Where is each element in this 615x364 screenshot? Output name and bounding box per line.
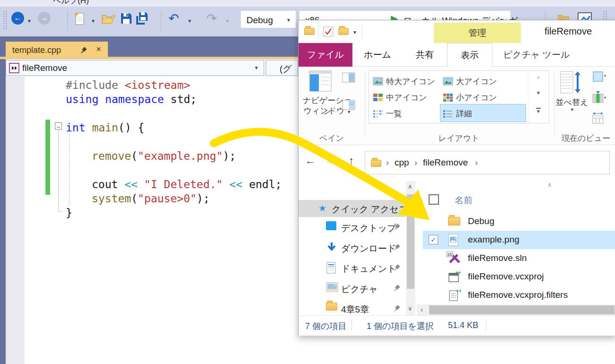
code-line-1: #include <iostream> <box>66 78 190 92</box>
vs-solution-icon: 16 <box>446 251 460 265</box>
new-file-dropdown-caret[interactable]: ▼ <box>91 19 96 24</box>
save-all-button[interactable] <box>135 11 150 27</box>
select-all-checkbox[interactable] <box>429 194 439 205</box>
redo-button[interactable]: ↷ <box>206 11 217 26</box>
forward-icon[interactable]: → <box>324 155 334 167</box>
file-row-example-png[interactable]: ✓ example.png <box>423 231 615 249</box>
sort-by-label[interactable]: 並べ替え <box>554 97 590 108</box>
tab-picture-tools[interactable]: ピクチャ ツール <box>492 43 580 67</box>
close-icon[interactable]: × <box>96 44 101 54</box>
open-file-button[interactable] <box>101 13 116 26</box>
save-button[interactable] <box>120 12 132 26</box>
code-editor[interactable]: − #include <iostream> using namespace st… <box>6 77 298 364</box>
layout-details[interactable]: 詳細 <box>443 106 472 121</box>
back-icon[interactable]: ← <box>305 155 316 167</box>
pin-icon[interactable] <box>393 304 400 312</box>
star-icon: ★ <box>318 203 326 214</box>
undo-dropdown-caret[interactable]: ▼ <box>187 19 192 24</box>
toolbar-grip[interactable] <box>3 10 7 30</box>
open-folder-icon <box>101 13 116 24</box>
scrollbar-thumb[interactable] <box>407 194 414 289</box>
vs-document-tab-well: template.cpp × <box>0 36 298 59</box>
editor-margin[interactable] <box>6 77 25 364</box>
layout-gallery: 特大アイコン 大アイコン 中アイコン 小アイコン 一覧 <box>369 70 549 123</box>
sidebar-item-quick-access[interactable]: ★ クイック アクセス <box>299 200 405 217</box>
pin-icon[interactable] <box>393 243 400 251</box>
explorer-title-bar[interactable]: ▼ 管理 fileRemove <box>299 20 615 43</box>
qat-customize-caret[interactable]: ▼ <box>352 30 357 35</box>
project-scope-dropdown[interactable]: fileRemove ▼ <box>6 60 264 76</box>
breadcrumb-cpp[interactable]: cpp <box>395 157 409 168</box>
qat-new-folder-button[interactable] <box>338 28 349 35</box>
file-row-vcxproj-filters[interactable]: ++ fileRemove.vcxproj.filters <box>417 286 615 304</box>
solution-configuration-dropdown[interactable]: Debug ▼ <box>240 10 296 28</box>
history-caret[interactable]: ▼ <box>340 159 345 164</box>
scroll-left-icon[interactable]: ‹ <box>421 305 423 313</box>
scroll-down-icon[interactable]: ∨ <box>408 305 413 312</box>
navigation-pane-button[interactable] <box>309 70 332 94</box>
file-row-sln[interactable]: 16 fileRemove.sln <box>417 249 615 268</box>
sidebar-scrollbar[interactable]: ∧ ∨ <box>406 181 415 315</box>
svg-text:++: ++ <box>456 270 461 275</box>
breadcrumb-fileremove[interactable]: fileRemove <box>423 157 468 168</box>
configuration-value: Debug <box>246 15 273 26</box>
gallery-more-button[interactable]: ▼ <box>536 108 541 114</box>
sidebar-item-folder-4sho5sho[interactable]: 4章5章 <box>299 301 405 315</box>
ribbon-view-panel: ナビゲーション ウィンドウ ▼ <box>299 67 615 145</box>
scope-value: fileRemove <box>22 63 67 73</box>
back-dropdown-caret[interactable]: ▼ <box>27 19 32 24</box>
layout-list[interactable]: 一覧 <box>373 106 402 121</box>
sort-by-button[interactable] <box>560 70 581 97</box>
up-icon[interactable]: ↑ <box>349 155 354 167</box>
quick-access-label: クイック アクセス <box>332 203 408 216</box>
redo-dropdown-caret[interactable]: ▼ <box>225 19 230 24</box>
navigate-back-button[interactable]: ← <box>11 12 24 25</box>
new-file-button[interactable] <box>73 11 85 27</box>
layout-medium-icons[interactable]: 中アイコン <box>373 90 427 105</box>
scroll-up-icon[interactable]: ∧ <box>408 183 413 190</box>
size-columns-icon <box>592 112 606 124</box>
undo-button[interactable]: ↶ <box>168 11 179 26</box>
size-columns-button[interactable] <box>592 112 606 126</box>
file-name: example.png <box>468 234 519 245</box>
horizontal-scrollbar[interactable]: ‹ <box>417 304 615 315</box>
navigate-forward-button[interactable]: → <box>38 12 51 25</box>
layout-small-icons[interactable]: 小アイコン <box>443 90 497 105</box>
layout-large-icons[interactable]: 大アイコン <box>443 74 497 89</box>
address-bar[interactable]: › cpp › fileRemove › <box>365 151 610 174</box>
tab-home[interactable]: ホーム <box>352 43 403 67</box>
collapse-region-button[interactable]: − <box>55 122 62 130</box>
sidebar-item-documents[interactable]: ドキュメント <box>299 260 405 276</box>
file-row-vcxproj[interactable]: ++ fileRemove.vcxproj <box>417 268 615 286</box>
breadcrumb-folder-icon <box>371 160 381 167</box>
details-pane-button[interactable] <box>342 100 355 112</box>
file-list: ∧ 名前 Debug ✓ example.png <box>417 181 615 315</box>
add-columns-button[interactable] <box>592 91 606 106</box>
column-header-name[interactable]: 名前 <box>455 194 473 207</box>
layout-extra-large-icons[interactable]: 特大アイコン <box>373 74 435 89</box>
pin-icon[interactable] <box>393 264 400 271</box>
breadcrumb-separator: › <box>414 158 417 168</box>
pin-icon[interactable] <box>80 46 87 54</box>
gallery-up-caret[interactable]: ▲ <box>536 75 541 79</box>
vs-menu-item-partial[interactable]: ヘルプ(H) <box>53 0 89 6</box>
manage-contextual-tab[interactable]: 管理 <box>434 23 521 43</box>
preview-pane-button[interactable] <box>342 72 355 85</box>
tab-share[interactable]: 共有 <box>403 43 447 67</box>
vs-window-left-edge <box>0 59 6 364</box>
member-scope-dropdown[interactable]: (グ <box>266 60 298 76</box>
qat-properties-button[interactable] <box>323 26 334 39</box>
sidebar-item-pictures[interactable]: ピクチャ <box>299 280 405 296</box>
sidebar-item-downloads[interactable]: ダウンロード <box>299 240 405 256</box>
scrollbar-thumb[interactable] <box>429 305 615 314</box>
gallery-down-caret[interactable]: ▼ <box>536 91 541 95</box>
file-row-debug[interactable]: Debug <box>417 212 615 231</box>
pin-icon[interactable] <box>393 223 400 231</box>
pin-icon[interactable] <box>393 284 400 292</box>
row-checkbox[interactable]: ✓ <box>429 235 438 244</box>
sort-ascending-icon[interactable]: ∧ <box>547 181 552 188</box>
tab-view[interactable]: 表示 <box>447 43 492 67</box>
group-by-button[interactable] <box>592 70 606 85</box>
tab-file[interactable]: ファイル <box>299 43 352 67</box>
sidebar-item-desktop[interactable]: デスクトップ <box>299 219 405 235</box>
